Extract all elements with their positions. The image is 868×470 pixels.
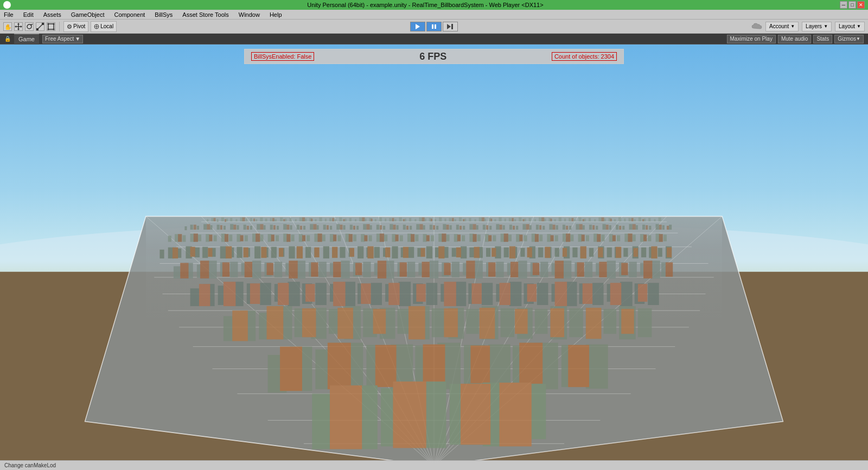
right-toolbar: Account ▼ Layers ▼ Layout ▼ [751,22,865,31]
maximize-button[interactable]: □ [848,1,856,9]
svg-marker-3 [17,23,20,24]
title-bar: Unity Personal (64bit) - example.unity -… [0,0,868,10]
billsys-status: BillSysEnabled: False [251,52,314,61]
close-button[interactable]: ✕ [857,1,865,9]
local-button[interactable]: Local [91,21,117,32]
step-button[interactable] [443,22,458,31]
layers-dropdown[interactable]: Layers ▼ [802,22,832,31]
aspect-dropdown-arrow: ▼ [75,36,80,42]
svg-rect-663 [500,383,532,446]
hand-tool-button[interactable]: ✋ [3,22,12,31]
svg-point-12 [48,23,49,24]
svg-rect-648 [375,345,397,388]
rect-tool-button[interactable] [47,22,55,31]
menu-window[interactable]: Window [237,11,261,18]
menu-asset-store-tools[interactable]: Asset Store Tools [181,11,230,18]
game-panel-header: 🔒 Game Free Aspect ▼ Maximize on Play Mu… [0,34,868,45]
layout-dropdown[interactable]: Layout ▼ [835,22,865,31]
rotate-tool-button[interactable] [25,22,34,31]
menu-edit[interactable]: Edit [22,11,35,18]
svg-marker-21 [416,24,420,29]
window-controls: ─ □ ✕ [840,1,865,9]
svg-rect-641 [488,345,510,389]
layout-dropdown-arrow: ▼ [857,24,861,29]
mute-audio-button[interactable]: Mute audio [778,35,811,43]
stats-button[interactable]: Stats [813,35,832,43]
account-dropdown-arrow: ▼ [790,24,795,29]
toolbar: ✋ [0,20,868,34]
svg-marker-24 [447,24,451,29]
menu-component[interactable]: Component [112,11,146,18]
svg-point-14 [48,28,49,30]
svg-rect-660 [330,385,362,449]
svg-point-13 [53,23,55,24]
pivot-button[interactable]: Pivot [63,21,88,32]
layers-dropdown-arrow: ▼ [824,24,828,29]
menu-billsys[interactable]: BillSys [153,11,174,18]
svg-point-17 [69,26,70,27]
panel-right-controls: Maximize on Play Mute audio Stats Gizmos… [727,35,864,43]
toolbar-sep-1 [59,22,60,31]
play-button[interactable] [410,22,425,31]
svg-rect-662 [461,384,490,444]
scene-3d: // This is just for documentation; actua… [0,45,868,460]
object-count: Count of objects: 2304 [552,52,617,61]
move-tool-button[interactable] [14,22,23,31]
scale-tool-button[interactable] [36,22,44,31]
aspect-ratio-dropdown[interactable]: Free Aspect ▼ [42,35,83,43]
svg-rect-646 [280,347,302,391]
game-viewport: // This is just for documentation; actua… [0,45,868,460]
status-message: Change canMakeLod [4,462,56,468]
svg-marker-4 [17,29,20,30]
svg-rect-23 [435,24,436,29]
svg-rect-647 [328,342,351,389]
account-dropdown[interactable]: Account ▼ [765,22,799,31]
svg-point-15 [53,28,55,30]
lock-icon: 🔒 [4,36,11,42]
app-icon [3,1,11,9]
svg-rect-11 [48,24,54,29]
menu-bar: File Edit Assets GameObject Component Bi… [0,10,868,20]
menu-help[interactable]: Help [268,11,284,18]
menu-file[interactable]: File [2,11,15,18]
svg-rect-664 [146,217,722,327]
fps-counter: 6 FPS [419,51,446,62]
status-bar: Change canMakeLod [0,460,868,470]
menu-gameobject[interactable]: GameObject [69,11,106,18]
main-content: 🔒 Game Free Aspect ▼ Maximize on Play Mu… [0,34,868,460]
window-title: Unity Personal (64bit) - example.unity -… [11,2,840,8]
menu-assets[interactable]: Assets [42,11,63,18]
minimize-button[interactable]: ─ [840,1,847,9]
svg-marker-5 [15,26,16,28]
svg-rect-10 [36,28,39,30]
info-overlay: BillSysEnabled: False 6 FPS Count of obj… [244,49,624,64]
svg-text:✋: ✋ [4,23,11,30]
pause-button[interactable] [426,22,442,31]
svg-rect-25 [451,24,453,29]
cloud-button[interactable] [751,22,762,31]
svg-rect-22 [432,24,433,29]
game-tab[interactable]: Game [14,34,39,45]
maximize-on-play-button[interactable]: Maximize on Play [727,35,776,43]
svg-rect-9 [42,23,44,25]
svg-rect-650 [470,346,490,383]
gizmos-button[interactable]: Gizmos ▼ [834,35,864,43]
svg-rect-652 [568,345,589,388]
game-panel: 🔒 Game Free Aspect ▼ Maximize on Play Mu… [0,34,868,460]
svg-rect-661 [393,382,426,448]
play-controls [410,22,458,31]
svg-rect-651 [519,342,542,389]
svg-marker-6 [21,26,22,28]
